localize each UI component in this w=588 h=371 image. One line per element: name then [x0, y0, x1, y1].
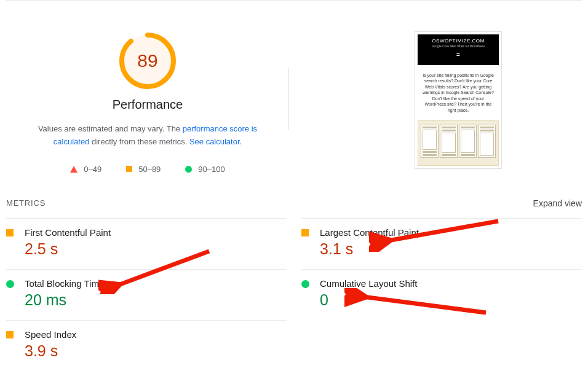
- score-legend: 0–49 50–89 90–100: [70, 165, 224, 174]
- metric-value: 0: [320, 291, 582, 309]
- metrics-grid: First Contentful Paint 2.5 s Largest Con…: [6, 218, 582, 371]
- metric-value: 2.5 s: [25, 240, 287, 258]
- circle-icon: [6, 280, 14, 288]
- desc-text: directly from these metrics.: [89, 137, 189, 146]
- thumbnail-wireframe-image: [418, 120, 499, 166]
- thumbnail-body-text: Is your site failing positions in Google…: [418, 68, 499, 118]
- legend-fail: 0–49: [70, 165, 101, 174]
- metrics-header: METRICS Expand view: [6, 198, 582, 208]
- metric-name: Total Blocking Time: [25, 278, 287, 289]
- see-calculator-link[interactable]: See calculator: [189, 137, 240, 146]
- thumbnail-menu-icon: =: [420, 51, 496, 59]
- metric-name: Cumulative Layout Shift: [320, 278, 582, 289]
- expand-view-toggle[interactable]: Expand view: [533, 198, 582, 208]
- square-icon: [126, 166, 132, 172]
- metrics-label: METRICS: [6, 198, 46, 208]
- square-icon: [6, 331, 14, 338]
- thumbnail-header: OSWOPTIMIZE.COM Google Core Web Vitals f…: [418, 34, 499, 65]
- circle-icon: [185, 166, 192, 173]
- metric-name: Speed Index: [25, 329, 287, 340]
- square-icon: [301, 229, 309, 236]
- performance-description: Values are estimated and may vary. The p…: [25, 123, 271, 149]
- legend-pass-label: 90–100: [198, 165, 224, 174]
- metric-lcp: Largest Contentful Paint 3.1 s: [301, 218, 582, 269]
- circle-icon: [301, 280, 309, 288]
- metric-fcp: First Contentful Paint 2.5 s: [6, 218, 287, 269]
- summary-section: 89 Performance Values are estimated and …: [6, 31, 582, 174]
- performance-gauge: 89: [118, 31, 177, 90]
- metric-tbt: Total Blocking Time 20 ms: [6, 269, 287, 320]
- metric-value: 20 ms: [25, 291, 287, 309]
- legend-avg-label: 50–89: [138, 165, 161, 174]
- performance-title: Performance: [113, 98, 183, 112]
- vertical-divider: [288, 68, 289, 130]
- thumbnail-brand: OSWOPTIMIZE.COM: [420, 38, 496, 44]
- metric-cls: Cumulative Layout Shift 0: [301, 269, 582, 320]
- square-icon: [6, 229, 14, 236]
- metric-value: 3.1 s: [320, 240, 582, 258]
- legend-fail-label: 0–49: [84, 165, 101, 174]
- triangle-icon: [70, 166, 77, 173]
- legend-average: 50–89: [126, 165, 161, 174]
- desc-dot: .: [240, 137, 242, 146]
- metric-value: 3.9 s: [25, 342, 287, 360]
- metric-name: First Contentful Paint: [25, 227, 287, 238]
- performance-column: 89 Performance Values are estimated and …: [6, 31, 289, 174]
- metric-name: Largest Contentful Paint: [320, 227, 582, 238]
- page-screenshot-thumbnail: OSWOPTIMIZE.COM Google Core Web Vitals f…: [415, 31, 502, 169]
- performance-score: 89: [118, 31, 177, 90]
- thumbnail-sub: Google Core Web Vitals for WordPress: [420, 44, 496, 49]
- top-divider: [6, 0, 582, 1]
- metric-si: Speed Index 3.9 s: [6, 320, 287, 371]
- legend-pass: 90–100: [185, 165, 224, 174]
- desc-text: Values are estimated and may vary. The: [38, 124, 183, 133]
